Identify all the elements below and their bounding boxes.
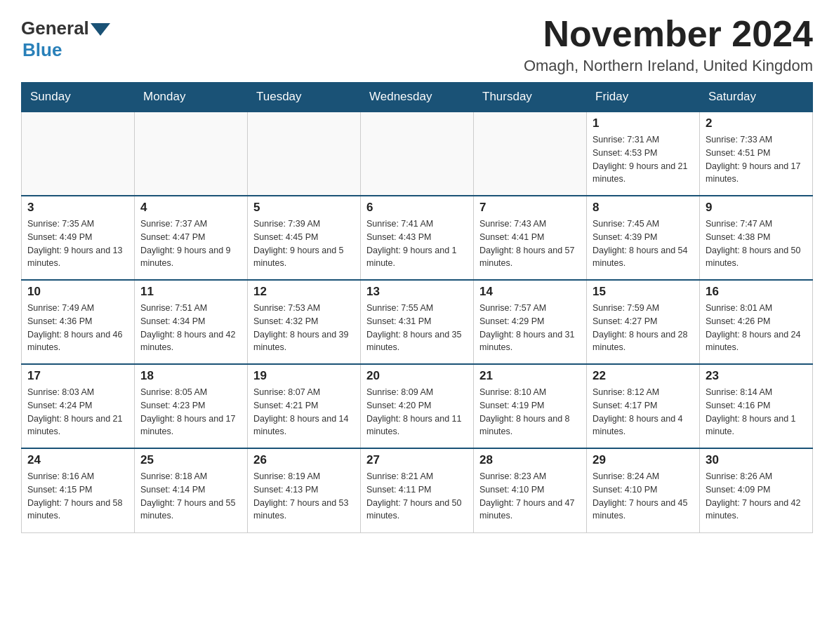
day-cell: 27Sunrise: 8:21 AMSunset: 4:11 PMDayligh… xyxy=(361,448,474,532)
calendar-table: SundayMondayTuesdayWednesdayThursdayFrid… xyxy=(21,82,813,533)
day-cell: 14Sunrise: 7:57 AMSunset: 4:29 PMDayligh… xyxy=(474,280,587,364)
day-info: Sunrise: 8:03 AMSunset: 4:24 PMDaylight:… xyxy=(27,386,128,438)
header-cell-friday: Friday xyxy=(587,83,700,112)
header-cell-thursday: Thursday xyxy=(474,83,587,112)
day-number: 24 xyxy=(27,453,128,467)
day-cell: 7Sunrise: 7:43 AMSunset: 4:41 PMDaylight… xyxy=(474,196,587,280)
day-number: 21 xyxy=(479,369,581,383)
day-info: Sunrise: 8:14 AMSunset: 4:16 PMDaylight:… xyxy=(706,386,807,438)
day-cell: 21Sunrise: 8:10 AMSunset: 4:19 PMDayligh… xyxy=(474,364,587,448)
day-info: Sunrise: 7:47 AMSunset: 4:38 PMDaylight:… xyxy=(706,217,807,270)
logo-arrow-icon xyxy=(91,23,110,36)
location-title: Omagh, Northern Ireland, United Kingdom xyxy=(524,57,813,75)
week-row-1: 1Sunrise: 7:31 AMSunset: 4:53 PMDaylight… xyxy=(22,112,813,196)
day-number: 3 xyxy=(27,201,128,215)
day-number: 16 xyxy=(706,285,807,299)
header-cell-wednesday: Wednesday xyxy=(361,83,474,112)
day-number: 27 xyxy=(366,453,468,467)
day-number: 9 xyxy=(706,201,807,215)
day-number: 30 xyxy=(706,453,807,467)
day-cell: 5Sunrise: 7:39 AMSunset: 4:45 PMDaylight… xyxy=(248,196,361,280)
day-number: 5 xyxy=(253,201,355,215)
day-number: 11 xyxy=(140,285,241,299)
day-number: 2 xyxy=(706,116,807,130)
logo-blue-part xyxy=(89,22,110,36)
day-cell: 8Sunrise: 7:45 AMSunset: 4:39 PMDaylight… xyxy=(587,196,700,280)
day-cell: 9Sunrise: 7:47 AMSunset: 4:38 PMDaylight… xyxy=(700,196,813,280)
day-cell: 1Sunrise: 7:31 AMSunset: 4:53 PMDaylight… xyxy=(587,112,700,196)
logo-general-text: General xyxy=(21,18,89,39)
day-info: Sunrise: 7:45 AMSunset: 4:39 PMDaylight:… xyxy=(593,217,694,270)
month-title: November 2024 xyxy=(524,14,813,54)
day-cell: 24Sunrise: 8:16 AMSunset: 4:15 PMDayligh… xyxy=(22,448,135,532)
day-info: Sunrise: 7:31 AMSunset: 4:53 PMDaylight:… xyxy=(593,133,694,186)
day-info: Sunrise: 8:01 AMSunset: 4:26 PMDaylight:… xyxy=(706,302,807,354)
day-number: 23 xyxy=(706,369,807,383)
title-area: November 2024 Omagh, Northern Ireland, U… xyxy=(524,14,813,75)
day-info: Sunrise: 7:41 AMSunset: 4:43 PMDaylight:… xyxy=(366,217,468,270)
day-number: 14 xyxy=(479,285,581,299)
day-number: 4 xyxy=(140,201,241,215)
week-row-2: 3Sunrise: 7:35 AMSunset: 4:49 PMDaylight… xyxy=(22,196,813,280)
day-cell: 11Sunrise: 7:51 AMSunset: 4:34 PMDayligh… xyxy=(135,280,248,364)
day-cell: 28Sunrise: 8:23 AMSunset: 4:10 PMDayligh… xyxy=(474,448,587,532)
day-number: 20 xyxy=(366,369,468,383)
day-cell xyxy=(248,112,361,196)
day-number: 25 xyxy=(140,453,241,467)
day-cell: 3Sunrise: 7:35 AMSunset: 4:49 PMDaylight… xyxy=(22,196,135,280)
day-info: Sunrise: 7:37 AMSunset: 4:47 PMDaylight:… xyxy=(140,217,241,270)
day-number: 10 xyxy=(27,285,128,299)
day-info: Sunrise: 8:24 AMSunset: 4:10 PMDaylight:… xyxy=(593,470,694,523)
day-info: Sunrise: 8:23 AMSunset: 4:10 PMDaylight:… xyxy=(479,470,581,523)
day-cell: 20Sunrise: 8:09 AMSunset: 4:20 PMDayligh… xyxy=(361,364,474,448)
day-info: Sunrise: 7:57 AMSunset: 4:29 PMDaylight:… xyxy=(479,302,581,354)
day-number: 6 xyxy=(366,201,468,215)
day-number: 15 xyxy=(593,285,694,299)
day-number: 22 xyxy=(593,369,694,383)
day-info: Sunrise: 7:33 AMSunset: 4:51 PMDaylight:… xyxy=(706,133,807,186)
day-info: Sunrise: 8:16 AMSunset: 4:15 PMDaylight:… xyxy=(27,470,128,523)
header-cell-monday: Monday xyxy=(135,83,248,112)
day-number: 29 xyxy=(593,453,694,467)
day-info: Sunrise: 7:55 AMSunset: 4:31 PMDaylight:… xyxy=(366,302,468,354)
day-cell: 12Sunrise: 7:53 AMSunset: 4:32 PMDayligh… xyxy=(248,280,361,364)
day-number: 7 xyxy=(479,201,581,215)
day-info: Sunrise: 8:07 AMSunset: 4:21 PMDaylight:… xyxy=(253,386,355,438)
day-cell: 26Sunrise: 8:19 AMSunset: 4:13 PMDayligh… xyxy=(248,448,361,532)
day-cell: 18Sunrise: 8:05 AMSunset: 4:23 PMDayligh… xyxy=(135,364,248,448)
week-row-4: 17Sunrise: 8:03 AMSunset: 4:24 PMDayligh… xyxy=(22,364,813,448)
day-info: Sunrise: 8:19 AMSunset: 4:13 PMDaylight:… xyxy=(253,470,355,523)
day-cell xyxy=(361,112,474,196)
day-info: Sunrise: 7:39 AMSunset: 4:45 PMDaylight:… xyxy=(253,217,355,270)
day-info: Sunrise: 7:53 AMSunset: 4:32 PMDaylight:… xyxy=(253,302,355,354)
day-cell xyxy=(22,112,135,196)
day-info: Sunrise: 7:43 AMSunset: 4:41 PMDaylight:… xyxy=(479,217,581,270)
header-cell-sunday: Sunday xyxy=(22,83,135,112)
day-info: Sunrise: 7:35 AMSunset: 4:49 PMDaylight:… xyxy=(27,217,128,270)
day-cell: 6Sunrise: 7:41 AMSunset: 4:43 PMDaylight… xyxy=(361,196,474,280)
day-number: 18 xyxy=(140,369,241,383)
day-cell: 25Sunrise: 8:18 AMSunset: 4:14 PMDayligh… xyxy=(135,448,248,532)
logo-blue-text: Blue xyxy=(22,39,62,61)
header: General Blue November 2024 Omagh, Northe… xyxy=(21,14,813,75)
day-cell: 23Sunrise: 8:14 AMSunset: 4:16 PMDayligh… xyxy=(700,364,813,448)
day-number: 26 xyxy=(253,453,355,467)
day-number: 28 xyxy=(479,453,581,467)
day-number: 17 xyxy=(27,369,128,383)
day-info: Sunrise: 8:10 AMSunset: 4:19 PMDaylight:… xyxy=(479,386,581,438)
day-cell xyxy=(135,112,248,196)
day-cell: 22Sunrise: 8:12 AMSunset: 4:17 PMDayligh… xyxy=(587,364,700,448)
day-cell: 16Sunrise: 8:01 AMSunset: 4:26 PMDayligh… xyxy=(700,280,813,364)
day-cell: 13Sunrise: 7:55 AMSunset: 4:31 PMDayligh… xyxy=(361,280,474,364)
day-number: 1 xyxy=(593,116,694,130)
day-number: 8 xyxy=(593,201,694,215)
day-cell: 29Sunrise: 8:24 AMSunset: 4:10 PMDayligh… xyxy=(587,448,700,532)
day-info: Sunrise: 7:49 AMSunset: 4:36 PMDaylight:… xyxy=(27,302,128,354)
logo: General Blue xyxy=(21,18,110,61)
day-cell: 15Sunrise: 7:59 AMSunset: 4:27 PMDayligh… xyxy=(587,280,700,364)
header-row: SundayMondayTuesdayWednesdayThursdayFrid… xyxy=(22,83,813,112)
day-info: Sunrise: 8:21 AMSunset: 4:11 PMDaylight:… xyxy=(366,470,468,523)
day-cell: 2Sunrise: 7:33 AMSunset: 4:51 PMDaylight… xyxy=(700,112,813,196)
day-cell: 17Sunrise: 8:03 AMSunset: 4:24 PMDayligh… xyxy=(22,364,135,448)
day-cell: 30Sunrise: 8:26 AMSunset: 4:09 PMDayligh… xyxy=(700,448,813,532)
